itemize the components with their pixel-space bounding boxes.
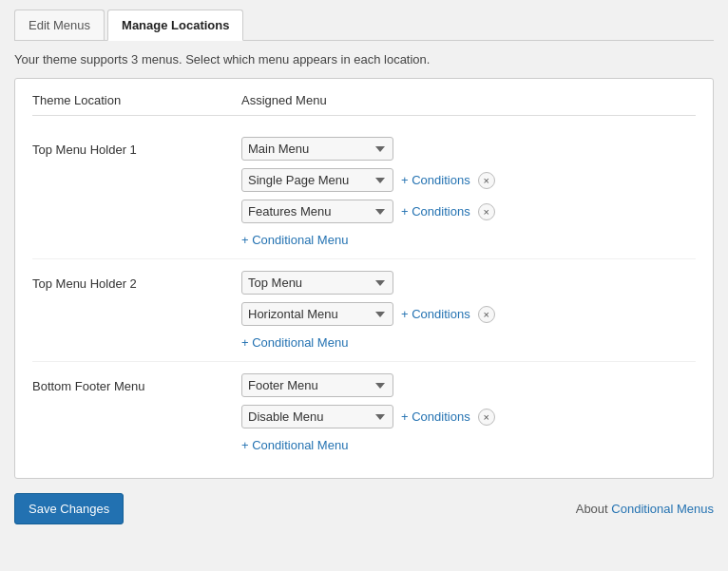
about-text: About Conditional Menus [576, 502, 714, 516]
menu-row-bottom-footer-menu-1: Main MenuSingle Page MenuFeatures MenuTo… [241, 405, 696, 428]
menu-assignments-top-menu-holder-2: Main MenuSingle Page MenuFeatures MenuTo… [241, 271, 696, 350]
add-conditional-link-bottom-footer-menu[interactable]: + Conditional Menu [241, 438, 696, 452]
locations-container: Top Menu Holder 1Main MenuSingle Page Me… [32, 125, 696, 464]
menu-select-top-menu-holder-1-0[interactable]: Main MenuSingle Page MenuFeatures MenuTo… [241, 137, 393, 161]
location-name-top-menu-holder-1: Top Menu Holder 1 [32, 137, 241, 247]
menu-select-bottom-footer-menu-1[interactable]: Main MenuSingle Page MenuFeatures MenuTo… [241, 405, 393, 428]
menu-select-top-menu-holder-2-1[interactable]: Main MenuSingle Page MenuFeatures MenuTo… [241, 302, 393, 326]
menu-row-top-menu-holder-1-1: Main MenuSingle Page MenuFeatures MenuTo… [241, 168, 696, 192]
remove-button-top-menu-holder-2-1[interactable]: × [478, 306, 495, 323]
menu-row-top-menu-holder-2-1: Main MenuSingle Page MenuFeatures MenuTo… [241, 302, 696, 326]
menu-row-top-menu-holder-2-0: Main MenuSingle Page MenuFeatures MenuTo… [241, 271, 696, 295]
content-box: Theme Location Assigned Menu Top Menu Ho… [14, 78, 714, 479]
conditions-link-top-menu-holder-2-1[interactable]: + Conditions [401, 307, 470, 321]
remove-button-top-menu-holder-1-1[interactable]: × [478, 172, 495, 189]
location-name-top-menu-holder-2: Top Menu Holder 2 [32, 271, 241, 350]
page-wrapper: Edit Menus Manage Locations Your theme s… [0, 0, 728, 539]
add-conditional-link-top-menu-holder-2[interactable]: + Conditional Menu [241, 335, 696, 350]
footer: Save Changes About Conditional Menus [14, 493, 714, 524]
conditions-link-top-menu-holder-1-2[interactable]: + Conditions [401, 204, 470, 219]
menu-select-top-menu-holder-2-0[interactable]: Main MenuSingle Page MenuFeatures MenuTo… [241, 271, 393, 295]
col-location-header: Theme Location [32, 93, 241, 107]
menu-row-top-menu-holder-1-2: Main MenuSingle Page MenuFeatures MenuTo… [241, 200, 696, 223]
location-name-bottom-footer-menu: Bottom Footer Menu [32, 373, 241, 452]
description-text: Your theme supports 3 menus. Select whic… [14, 52, 714, 67]
menu-select-top-menu-holder-1-1[interactable]: Main MenuSingle Page MenuFeatures MenuTo… [241, 168, 393, 192]
conditions-link-top-menu-holder-1-1[interactable]: + Conditions [401, 173, 470, 187]
location-row-top-menu-holder-2: Top Menu Holder 2Main MenuSingle Page Me… [32, 259, 696, 362]
table-header: Theme Location Assigned Menu [32, 93, 696, 116]
save-button[interactable]: Save Changes [14, 493, 124, 524]
menu-row-top-menu-holder-1-0: Main MenuSingle Page MenuFeatures MenuTo… [241, 137, 696, 161]
menu-assignments-bottom-footer-menu: Main MenuSingle Page MenuFeatures MenuTo… [241, 373, 696, 452]
tab-edit-menus[interactable]: Edit Menus [14, 10, 105, 40]
location-row-bottom-footer-menu: Bottom Footer MenuMain MenuSingle Page M… [32, 362, 696, 464]
about-conditional-menus-link[interactable]: Conditional Menus [611, 502, 714, 516]
menu-row-bottom-footer-menu-0: Main MenuSingle Page MenuFeatures MenuTo… [241, 373, 696, 397]
remove-button-bottom-footer-menu-1[interactable]: × [478, 409, 495, 426]
remove-button-top-menu-holder-1-2[interactable]: × [478, 203, 495, 220]
col-menu-header: Assigned Menu [241, 93, 696, 107]
add-conditional-link-top-menu-holder-1[interactable]: + Conditional Menu [241, 233, 696, 247]
menu-select-bottom-footer-menu-0[interactable]: Main MenuSingle Page MenuFeatures MenuTo… [241, 373, 393, 397]
conditions-link-bottom-footer-menu-1[interactable]: + Conditions [401, 409, 470, 424]
tab-manage-locations[interactable]: Manage Locations [107, 10, 243, 41]
location-row-top-menu-holder-1: Top Menu Holder 1Main MenuSingle Page Me… [32, 125, 696, 259]
menu-assignments-top-menu-holder-1: Main MenuSingle Page MenuFeatures MenuTo… [241, 137, 696, 247]
tabs-container: Edit Menus Manage Locations [14, 10, 714, 41]
menu-select-top-menu-holder-1-2[interactable]: Main MenuSingle Page MenuFeatures MenuTo… [241, 200, 393, 223]
